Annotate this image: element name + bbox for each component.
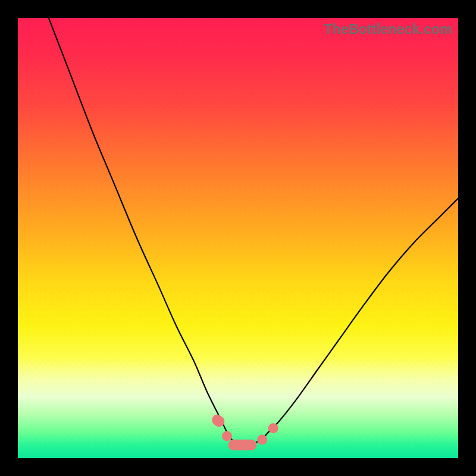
bead-pill — [228, 440, 256, 450]
bead-round — [257, 434, 267, 444]
plot-area: TheBottleneck.com — [18, 18, 458, 458]
bead-round — [268, 423, 278, 433]
curve-layer — [18, 18, 458, 458]
chart-frame: TheBottleneck.com — [0, 0, 476, 476]
bead-round — [222, 431, 232, 441]
bottleneck-curve — [49, 18, 458, 446]
curve-beads — [209, 412, 278, 450]
